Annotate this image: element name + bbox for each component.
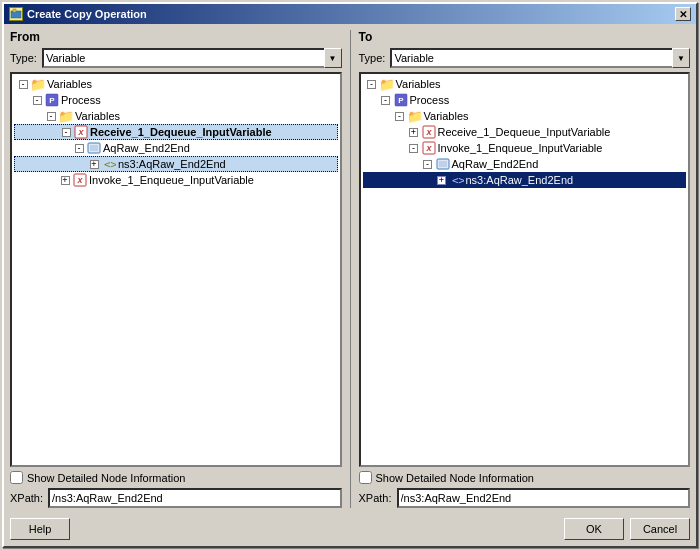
list-item[interactable]: - 📁 Variables <box>14 108 338 124</box>
var-x-icon: x <box>421 125 437 139</box>
from-panel: From Type: Variable ▼ - 📁 <box>10 30 342 508</box>
expander-icon[interactable]: + <box>87 157 101 171</box>
node-label: Variables <box>74 110 120 122</box>
list-item[interactable]: + x Receive_1_Dequeue_InputVariable <box>363 124 687 140</box>
node-label: Variables <box>395 78 441 90</box>
dialog-icon <box>9 7 23 21</box>
from-type-select[interactable]: Variable <box>42 48 342 68</box>
to-checkbox-row: Show Detailed Node Information <box>359 471 691 484</box>
expander-icon[interactable]: + <box>435 173 449 187</box>
from-xpath-label: XPath: <box>10 492 43 504</box>
expander-icon[interactable]: - <box>30 93 44 107</box>
svg-rect-18 <box>439 161 447 167</box>
from-panel-bottom: Show Detailed Node Information XPath: <box>10 471 342 508</box>
list-item[interactable]: - P Process <box>363 92 687 108</box>
to-type-select-wrapper[interactable]: Variable ▼ <box>390 48 690 68</box>
process-icon: P <box>393 93 409 107</box>
from-xpath-input[interactable] <box>48 488 341 508</box>
folder-icon: 📁 <box>379 77 395 91</box>
dialog-body: From Type: Variable ▼ - 📁 <box>4 24 696 546</box>
folder-icon: 📁 <box>30 77 46 91</box>
list-item[interactable]: - 📁 Variables <box>363 76 687 92</box>
to-show-detail-checkbox[interactable] <box>359 471 372 484</box>
from-type-label: Type: <box>10 52 37 64</box>
to-tree-panel[interactable]: - 📁 Variables - P <box>359 72 691 467</box>
node-label: Invoke_1_Enqueue_InputVariable <box>88 174 254 186</box>
to-type-label: Type: <box>359 52 386 64</box>
to-xpath-label: XPath: <box>359 492 392 504</box>
to-type-select[interactable]: Variable <box>390 48 690 68</box>
help-button[interactable]: Help <box>10 518 70 540</box>
attribute-icon: <> <box>101 157 117 171</box>
dialog: Create Copy Operation ✕ From Type: Varia… <box>2 2 698 548</box>
expander-icon[interactable]: - <box>407 141 421 155</box>
svg-rect-7 <box>90 145 98 151</box>
from-title: From <box>10 30 342 44</box>
expander-icon[interactable]: - <box>59 125 73 139</box>
element-icon <box>86 141 102 155</box>
close-button[interactable]: ✕ <box>675 7 691 21</box>
list-item[interactable]: + x Invoke_1_Enqueue_InputVariable <box>14 172 338 188</box>
svg-text:<>: <> <box>104 158 116 171</box>
expander-icon[interactable]: - <box>421 157 435 171</box>
from-show-detail-checkbox[interactable] <box>10 471 23 484</box>
svg-text:x: x <box>77 127 84 137</box>
list-item[interactable]: - x Receive_1_Dequeue_InputVariable <box>14 124 338 140</box>
expander-icon[interactable]: - <box>72 141 86 155</box>
svg-text:<>: <> <box>452 174 464 187</box>
expander-icon[interactable]: + <box>407 125 421 139</box>
to-xpath-row: XPath: <box>359 488 691 508</box>
list-item[interactable]: - AqRaw_End2End <box>14 140 338 156</box>
list-item[interactable]: + <> ns3:AqRaw_End2End <box>363 172 687 188</box>
to-title: To <box>359 30 691 44</box>
folder-icon: 📁 <box>58 109 74 123</box>
title-bar-content: Create Copy Operation <box>9 7 147 21</box>
node-label: Process <box>409 94 450 106</box>
to-type-row: Type: Variable ▼ <box>359 48 691 68</box>
list-item[interactable]: - P Process <box>14 92 338 108</box>
list-item[interactable]: - 📁 Variables <box>14 76 338 92</box>
title-bar: Create Copy Operation ✕ <box>4 4 696 24</box>
svg-text:P: P <box>398 96 404 105</box>
ok-button[interactable]: OK <box>564 518 624 540</box>
node-label: Invoke_1_Enqueue_InputVariable <box>437 142 603 154</box>
from-checkbox-row: Show Detailed Node Information <box>10 471 342 484</box>
to-xpath-input[interactable] <box>397 488 690 508</box>
from-type-row: Type: Variable ▼ <box>10 48 342 68</box>
list-item[interactable]: + <> ns3:AqRaw_End2End <box>14 156 338 172</box>
list-item[interactable]: - 📁 Variables <box>363 108 687 124</box>
attribute-icon: <> <box>449 173 465 187</box>
cancel-button[interactable]: Cancel <box>630 518 690 540</box>
node-label: Process <box>60 94 101 106</box>
from-xpath-row: XPath: <box>10 488 342 508</box>
expander-icon[interactable]: - <box>379 93 393 107</box>
node-label: Receive_1_Dequeue_InputVariable <box>89 126 272 138</box>
expander-icon[interactable]: - <box>393 109 407 123</box>
node-label: ns3:AqRaw_End2End <box>117 158 226 170</box>
panels-row: From Type: Variable ▼ - 📁 <box>10 30 690 508</box>
list-item[interactable]: - x Invoke_1_Enqueue_InputVariable <box>363 140 687 156</box>
expander-icon[interactable]: + <box>58 173 72 187</box>
node-label: AqRaw_End2End <box>451 158 539 170</box>
to-panel-bottom: Show Detailed Node Information XPath: <box>359 471 691 508</box>
node-label: Variables <box>46 78 92 90</box>
svg-rect-1 <box>13 9 16 12</box>
from-type-select-wrapper[interactable]: Variable ▼ <box>42 48 342 68</box>
from-checkbox-label: Show Detailed Node Information <box>27 472 185 484</box>
expander-icon[interactable]: - <box>365 77 379 91</box>
expander-icon[interactable]: - <box>44 109 58 123</box>
expander-icon[interactable]: - <box>16 77 30 91</box>
list-item[interactable]: - AqRaw_End2End <box>363 156 687 172</box>
element-icon <box>435 157 451 171</box>
from-tree-panel[interactable]: - 📁 Variables - P <box>10 72 342 467</box>
svg-text:P: P <box>49 96 55 105</box>
bottom-row: Help OK Cancel <box>10 514 690 540</box>
panel-divider <box>350 30 351 508</box>
svg-text:x: x <box>425 127 432 137</box>
process-icon: P <box>44 93 60 107</box>
to-checkbox-label: Show Detailed Node Information <box>376 472 534 484</box>
svg-text:x: x <box>425 143 432 153</box>
var-x-icon: x <box>73 125 89 139</box>
var-x-icon: x <box>72 173 88 187</box>
folder-icon: 📁 <box>407 109 423 123</box>
